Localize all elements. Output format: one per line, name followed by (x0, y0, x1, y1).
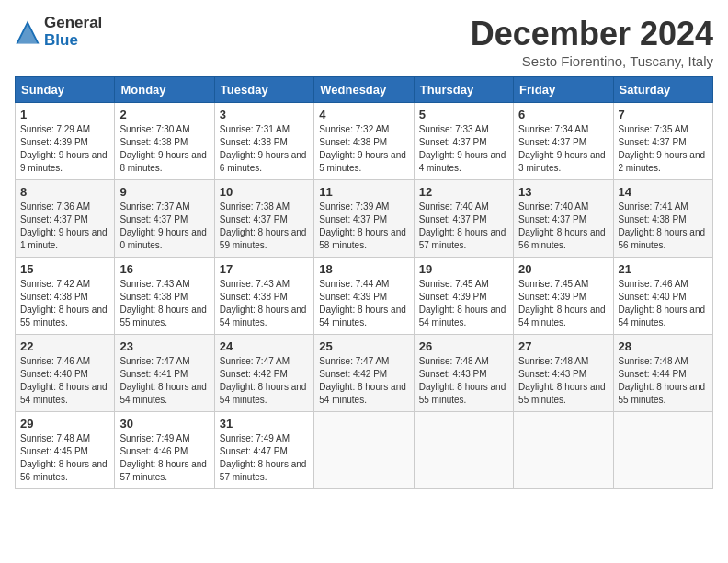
day-info: Sunrise: 7:49 AMSunset: 4:47 PMDaylight:… (220, 432, 309, 484)
day-number: 26 (419, 339, 508, 353)
day-info: Sunrise: 7:40 AMSunset: 4:37 PMDaylight:… (518, 201, 608, 252)
day-number: 20 (518, 262, 608, 276)
subtitle: Sesto Fiorentino, Tuscany, Italy (471, 53, 713, 69)
day-info: Sunrise: 7:34 AMSunset: 4:37 PMDaylight:… (518, 123, 608, 175)
logo: General Blue (15, 15, 102, 49)
table-row: 10Sunrise: 7:38 AMSunset: 4:37 PMDayligh… (214, 180, 313, 258)
table-row (314, 412, 414, 489)
table-row: 2Sunrise: 7:30 AMSunset: 4:38 PMDaylight… (115, 103, 214, 180)
day-info: Sunrise: 7:48 AMSunset: 4:43 PMDaylight:… (518, 355, 608, 407)
day-number: 30 (119, 417, 209, 431)
day-info: Sunrise: 7:49 AMSunset: 4:46 PMDaylight:… (119, 432, 209, 484)
table-row: 20Sunrise: 7:45 AMSunset: 4:39 PMDayligh… (514, 258, 613, 335)
day-number: 23 (119, 339, 209, 353)
day-info: Sunrise: 7:35 AMSunset: 4:37 PMDaylight:… (619, 123, 708, 175)
table-row: 17Sunrise: 7:43 AMSunset: 4:38 PMDayligh… (214, 258, 313, 335)
day-info: Sunrise: 7:31 AMSunset: 4:38 PMDaylight:… (220, 123, 309, 175)
day-number: 11 (319, 185, 408, 199)
day-number: 28 (619, 339, 708, 353)
table-row: 18Sunrise: 7:44 AMSunset: 4:39 PMDayligh… (314, 258, 414, 335)
day-info: Sunrise: 7:36 AMSunset: 4:37 PMDaylight:… (20, 201, 109, 252)
day-number: 2 (119, 108, 209, 121)
day-number: 7 (619, 108, 708, 121)
day-info: Sunrise: 7:48 AMSunset: 4:45 PMDaylight:… (20, 432, 109, 484)
table-row: 4Sunrise: 7:32 AMSunset: 4:38 PMDaylight… (314, 103, 414, 180)
day-number: 17 (220, 262, 309, 276)
table-row: 21Sunrise: 7:46 AMSunset: 4:40 PMDayligh… (613, 258, 712, 335)
table-row: 31Sunrise: 7:49 AMSunset: 4:47 PMDayligh… (214, 412, 313, 489)
table-row (514, 412, 613, 489)
day-info: Sunrise: 7:32 AMSunset: 4:38 PMDaylight:… (319, 123, 408, 175)
day-number: 8 (20, 185, 109, 199)
day-number: 13 (518, 185, 608, 199)
day-info: Sunrise: 7:47 AMSunset: 4:42 PMDaylight:… (220, 355, 309, 407)
day-number: 5 (419, 108, 508, 121)
table-row: 19Sunrise: 7:45 AMSunset: 4:39 PMDayligh… (414, 258, 513, 335)
table-row: 16Sunrise: 7:43 AMSunset: 4:38 PMDayligh… (115, 258, 214, 335)
day-info: Sunrise: 7:48 AMSunset: 4:44 PMDaylight:… (619, 355, 708, 407)
table-row: 13Sunrise: 7:40 AMSunset: 4:37 PMDayligh… (514, 180, 613, 258)
table-row: 27Sunrise: 7:48 AMSunset: 4:43 PMDayligh… (514, 335, 613, 412)
table-row: 8Sunrise: 7:36 AMSunset: 4:37 PMDaylight… (16, 180, 115, 258)
day-info: Sunrise: 7:43 AMSunset: 4:38 PMDaylight:… (220, 278, 309, 329)
table-row: 24Sunrise: 7:47 AMSunset: 4:42 PMDayligh… (214, 335, 313, 412)
day-info: Sunrise: 7:47 AMSunset: 4:41 PMDaylight:… (119, 355, 209, 407)
table-row: 15Sunrise: 7:42 AMSunset: 4:38 PMDayligh… (16, 258, 115, 335)
calendar-week-3: 15Sunrise: 7:42 AMSunset: 4:38 PMDayligh… (16, 258, 713, 335)
col-wednesday: Wednesday (314, 77, 414, 103)
table-row: 7Sunrise: 7:35 AMSunset: 4:37 PMDaylight… (613, 103, 712, 180)
table-row: 12Sunrise: 7:40 AMSunset: 4:37 PMDayligh… (414, 180, 513, 258)
day-number: 27 (518, 339, 608, 353)
day-info: Sunrise: 7:44 AMSunset: 4:39 PMDaylight:… (319, 278, 408, 329)
logo-icon (15, 19, 40, 45)
col-saturday: Saturday (613, 77, 712, 103)
table-row: 6Sunrise: 7:34 AMSunset: 4:37 PMDaylight… (514, 103, 613, 180)
logo-text: General Blue (44, 15, 102, 49)
table-row: 26Sunrise: 7:48 AMSunset: 4:43 PMDayligh… (414, 335, 513, 412)
logo-general: General (44, 15, 102, 32)
day-number: 24 (220, 339, 309, 353)
day-info: Sunrise: 7:45 AMSunset: 4:39 PMDaylight:… (419, 278, 508, 329)
day-info: Sunrise: 7:42 AMSunset: 4:38 PMDaylight:… (20, 278, 109, 329)
table-row: 9Sunrise: 7:37 AMSunset: 4:37 PMDaylight… (115, 180, 214, 258)
day-info: Sunrise: 7:46 AMSunset: 4:40 PMDaylight:… (619, 278, 708, 329)
table-row: 22Sunrise: 7:46 AMSunset: 4:40 PMDayligh… (16, 335, 115, 412)
day-number: 12 (419, 185, 508, 199)
logo-blue: Blue (44, 32, 102, 50)
day-number: 19 (419, 262, 508, 276)
day-number: 14 (619, 185, 708, 199)
table-row (414, 412, 513, 489)
day-number: 16 (119, 262, 209, 276)
day-number: 18 (319, 262, 408, 276)
day-info: Sunrise: 7:43 AMSunset: 4:38 PMDaylight:… (119, 278, 209, 329)
day-number: 6 (518, 108, 608, 121)
day-number: 4 (319, 108, 408, 121)
day-number: 9 (119, 185, 209, 199)
day-info: Sunrise: 7:45 AMSunset: 4:39 PMDaylight:… (518, 278, 608, 329)
day-info: Sunrise: 7:39 AMSunset: 4:37 PMDaylight:… (319, 201, 408, 252)
day-info: Sunrise: 7:37 AMSunset: 4:37 PMDaylight:… (119, 201, 209, 252)
day-info: Sunrise: 7:38 AMSunset: 4:37 PMDaylight:… (220, 201, 309, 252)
day-info: Sunrise: 7:29 AMSunset: 4:39 PMDaylight:… (20, 123, 109, 175)
day-info: Sunrise: 7:40 AMSunset: 4:37 PMDaylight:… (419, 201, 508, 252)
calendar-week-5: 29Sunrise: 7:48 AMSunset: 4:45 PMDayligh… (16, 412, 713, 489)
day-number: 10 (220, 185, 309, 199)
table-row: 30Sunrise: 7:49 AMSunset: 4:46 PMDayligh… (115, 412, 214, 489)
col-friday: Friday (514, 77, 613, 103)
day-info: Sunrise: 7:47 AMSunset: 4:42 PMDaylight:… (319, 355, 408, 407)
day-number: 15 (20, 262, 109, 276)
day-number: 1 (20, 108, 109, 121)
col-tuesday: Tuesday (214, 77, 313, 103)
col-monday: Monday (115, 77, 214, 103)
month-title: December 2024 (471, 15, 713, 53)
table-row: 11Sunrise: 7:39 AMSunset: 4:37 PMDayligh… (314, 180, 414, 258)
day-number: 22 (20, 339, 109, 353)
table-row: 3Sunrise: 7:31 AMSunset: 4:38 PMDaylight… (214, 103, 313, 180)
calendar-table: Sunday Monday Tuesday Wednesday Thursday… (15, 76, 713, 489)
table-row: 5Sunrise: 7:33 AMSunset: 4:37 PMDaylight… (414, 103, 513, 180)
page-container: General Blue December 2024 Sesto Fiorent… (15, 15, 713, 489)
table-row: 28Sunrise: 7:48 AMSunset: 4:44 PMDayligh… (613, 335, 712, 412)
day-number: 31 (220, 417, 309, 431)
day-number: 29 (20, 417, 109, 431)
title-section: December 2024 Sesto Fiorentino, Tuscany,… (471, 15, 713, 69)
